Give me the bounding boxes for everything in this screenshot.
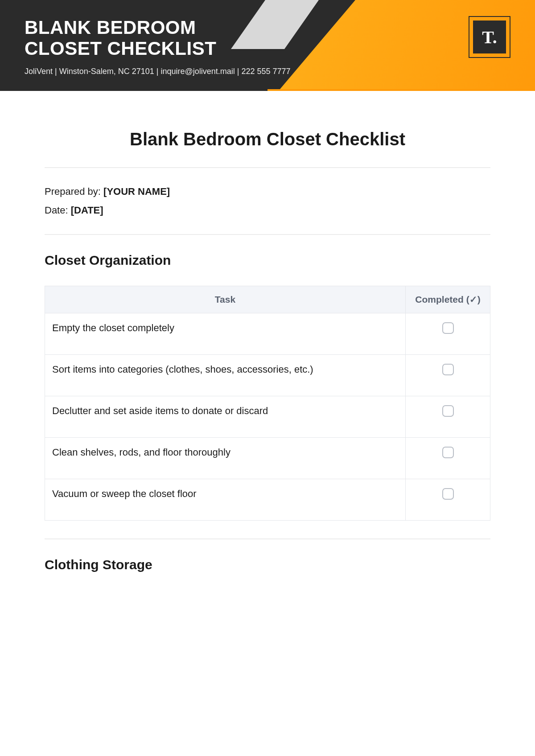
date-label: Date: bbox=[45, 205, 71, 216]
brand-logo-text: T. bbox=[473, 21, 506, 53]
prepared-by-value: [YOUR NAME] bbox=[103, 186, 170, 197]
section-title: Clothing Storage bbox=[45, 557, 490, 572]
table-row: Declutter and set aside items to donate … bbox=[45, 396, 490, 438]
document-header: BLANK BEDROOM CLOSET CHECKLIST JoliVent … bbox=[0, 0, 535, 89]
table-row: Clean shelves, rods, and floor thoroughl… bbox=[45, 438, 490, 479]
task-cell: Empty the closet completely bbox=[45, 313, 406, 355]
header-title: BLANK BEDROOM CLOSET CHECKLIST bbox=[25, 17, 291, 59]
column-header-task: Task bbox=[45, 286, 406, 313]
date-row: Date: [DATE] bbox=[45, 205, 490, 216]
column-header-completed: Completed (✓) bbox=[406, 286, 490, 313]
prepared-by-row: Prepared by: [YOUR NAME] bbox=[45, 186, 490, 197]
completed-cell bbox=[406, 396, 490, 438]
checkbox-icon[interactable] bbox=[442, 364, 454, 375]
table-row: Vacuum or sweep the closet floor bbox=[45, 479, 490, 521]
task-cell: Sort items into categories (clothes, sho… bbox=[45, 355, 406, 396]
header-title-block: BLANK BEDROOM CLOSET CHECKLIST JoliVent … bbox=[25, 17, 291, 76]
table-row: Sort items into categories (clothes, sho… bbox=[45, 355, 490, 396]
header-title-line1: BLANK BEDROOM bbox=[25, 17, 196, 38]
header-underline bbox=[0, 89, 535, 91]
checkbox-icon[interactable] bbox=[442, 488, 454, 500]
checkbox-icon[interactable] bbox=[442, 405, 454, 417]
task-table: Task Completed (✓) Empty the closet comp… bbox=[45, 286, 490, 521]
brand-logo: T. bbox=[469, 16, 510, 58]
divider bbox=[45, 167, 490, 168]
section-title: Closet Organization bbox=[45, 253, 490, 268]
divider bbox=[45, 234, 490, 235]
header-contact-line: JoliVent | Winston-Salem, NC 27101 | inq… bbox=[25, 67, 291, 76]
task-cell: Vacuum or sweep the closet floor bbox=[45, 479, 406, 521]
completed-cell bbox=[406, 479, 490, 521]
page-title: Blank Bedroom Closet Checklist bbox=[45, 129, 490, 149]
completed-cell bbox=[406, 313, 490, 355]
date-value: [DATE] bbox=[71, 205, 103, 216]
table-row: Empty the closet completely bbox=[45, 313, 490, 355]
document-body: Blank Bedroom Closet Checklist Prepared … bbox=[0, 89, 535, 572]
header-title-line2: CLOSET CHECKLIST bbox=[25, 38, 216, 59]
task-cell: Clean shelves, rods, and floor thoroughl… bbox=[45, 438, 406, 479]
checkbox-icon[interactable] bbox=[442, 322, 454, 334]
completed-cell bbox=[406, 355, 490, 396]
completed-cell bbox=[406, 438, 490, 479]
divider bbox=[45, 538, 490, 539]
prepared-by-label: Prepared by: bbox=[45, 186, 103, 197]
checkbox-icon[interactable] bbox=[442, 447, 454, 458]
task-cell: Declutter and set aside items to donate … bbox=[45, 396, 406, 438]
